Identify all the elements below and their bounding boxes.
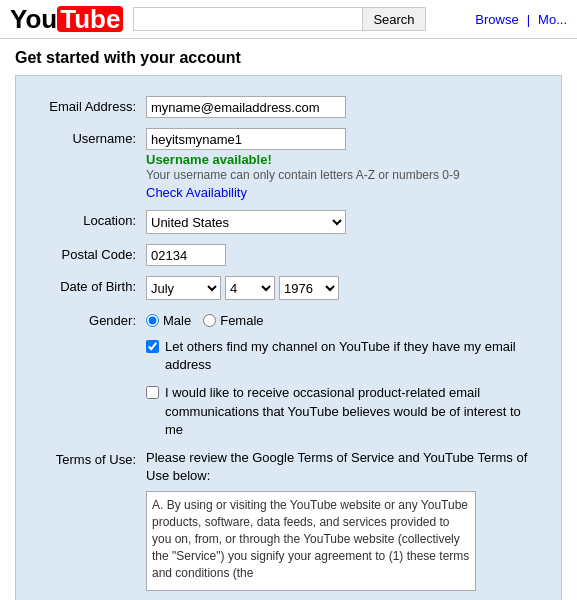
logo-tube-text: Tube: [57, 6, 123, 32]
gender-female-option: Female: [203, 313, 263, 328]
email-row: Email Address:: [36, 96, 541, 118]
page-title: Get started with your account: [0, 39, 577, 75]
nav-movies[interactable]: Mo...: [538, 12, 567, 27]
youtube-logo: You Tube: [10, 6, 123, 32]
checkbox2-label: I would like to receive occasional produ…: [165, 384, 541, 439]
postal-input[interactable]: [146, 244, 226, 266]
gender-female-label: Female: [220, 313, 263, 328]
email-field-container: [146, 96, 541, 118]
nav-browse[interactable]: Browse: [475, 12, 518, 27]
dob-row: Date of Birth: JanuaryFebruaryMarch Apri…: [36, 276, 541, 300]
checkbox2-input[interactable]: [146, 386, 159, 399]
username-field-container: Username available! Your username can on…: [146, 128, 541, 200]
dob-year-select[interactable]: 197619771978 19791980: [279, 276, 339, 300]
search-input[interactable]: [133, 7, 363, 31]
location-row: Location: United States United Kingdom C…: [36, 210, 541, 234]
username-input[interactable]: [146, 128, 346, 150]
check-availability-link[interactable]: Check Availability: [146, 185, 541, 200]
dob-field-container: JanuaryFebruaryMarch AprilMayJune JulyAu…: [146, 276, 541, 300]
username-hint-text: Your username can only contain letters A…: [146, 168, 541, 182]
checkbox1-row: Let others find my channel on YouTube if…: [36, 338, 541, 374]
email-input[interactable]: [146, 96, 346, 118]
nav-divider: |: [527, 12, 530, 27]
username-label: Username:: [36, 128, 146, 146]
email-label: Email Address:: [36, 96, 146, 114]
checkbox2-content: I would like to receive occasional produ…: [146, 384, 541, 439]
logo-you-text: You: [10, 6, 57, 32]
location-select[interactable]: United States United Kingdom Canada Aust…: [146, 210, 346, 234]
gender-label: Gender:: [36, 310, 146, 328]
gender-male-label: Male: [163, 313, 191, 328]
form-container: Email Address: Username: Username availa…: [15, 75, 562, 600]
search-button[interactable]: Search: [363, 7, 425, 31]
header-nav: Browse | Mo...: [475, 12, 567, 27]
gender-male-option: Male: [146, 313, 191, 328]
dob-label: Date of Birth:: [36, 276, 146, 294]
terms-label: Terms of Use:: [36, 449, 146, 467]
gender-row: Gender: Male Female: [36, 310, 541, 328]
checkbox1-content: Let others find my channel on YouTube if…: [146, 338, 541, 374]
terms-row: Terms of Use: Please review the Google T…: [36, 449, 541, 600]
username-available-text: Username available!: [146, 152, 541, 167]
postal-label: Postal Code:: [36, 244, 146, 262]
checkbox1-label: Let others find my channel on YouTube if…: [165, 338, 541, 374]
terms-intro: Please review the Google Terms of Servic…: [146, 449, 541, 485]
dob-day-select[interactable]: 1234 5678 910: [225, 276, 275, 300]
postal-field-container: [146, 244, 541, 266]
checkbox2-row: I would like to receive occasional produ…: [36, 384, 541, 439]
location-label: Location:: [36, 210, 146, 228]
terms-content: Please review the Google Terms of Servic…: [146, 449, 541, 600]
search-bar: Search: [133, 7, 465, 31]
gender-field-container: Male Female: [146, 310, 541, 328]
checkbox1-input[interactable]: [146, 340, 159, 353]
location-field-container: United States United Kingdom Canada Aust…: [146, 210, 541, 234]
terms-body-text: A. By using or visiting the YouTube webs…: [152, 498, 469, 579]
gender-female-radio[interactable]: [203, 314, 216, 327]
gender-male-radio[interactable]: [146, 314, 159, 327]
dob-selects: JanuaryFebruaryMarch AprilMayJune JulyAu…: [146, 276, 541, 300]
username-row: Username: Username available! Your usern…: [36, 128, 541, 200]
postal-row: Postal Code:: [36, 244, 541, 266]
header: You Tube Search Browse | Mo...: [0, 0, 577, 39]
terms-scrollbox[interactable]: A. By using or visiting the YouTube webs…: [146, 491, 476, 591]
dob-month-select[interactable]: JanuaryFebruaryMarch AprilMayJune JulyAu…: [146, 276, 221, 300]
gender-options: Male Female: [146, 310, 541, 328]
